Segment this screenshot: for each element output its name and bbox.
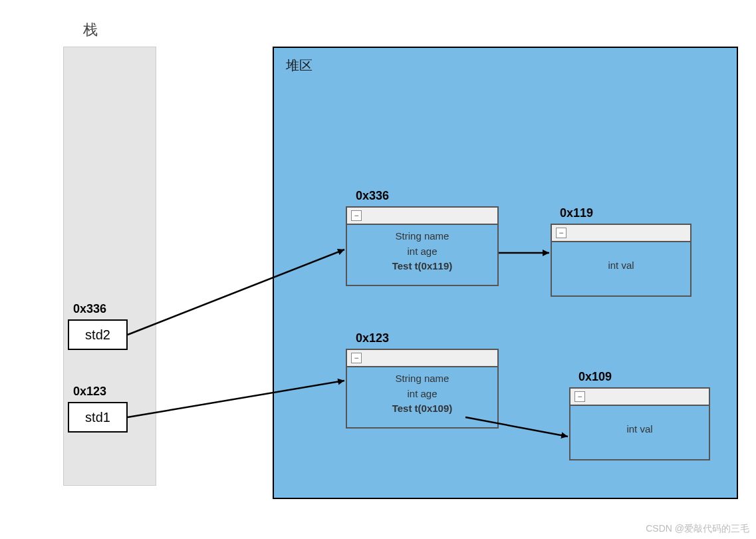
watermark: CSDN @爱敲代码的三毛 (646, 523, 749, 535)
stack-title: 栈 (83, 20, 99, 40)
heap-obj-1-body: String name int age Test t(0x109) (347, 367, 497, 421)
heap-obj-0-box: − String name int age Test t(0x119) (346, 206, 499, 286)
heap-title: 堆区 (286, 57, 313, 75)
heap-test-1-head: − (570, 389, 709, 406)
heap-test-1-body: int val (570, 406, 709, 441)
heap-test-0-head: − (552, 225, 690, 242)
heap-obj-0-field-1: String name (347, 229, 497, 244)
heap-obj-1-box: − String name int age Test t(0x109) (346, 349, 499, 429)
heap-obj-0-head: − (347, 208, 497, 225)
stack-var-1-address: 0x123 (73, 385, 106, 399)
collapse-icon[interactable]: − (556, 228, 567, 238)
heap-obj-0-field-2: int age (347, 244, 497, 260)
stack-var-0-name: std2 (85, 327, 110, 343)
heap-obj-1-field-2: int age (347, 387, 497, 402)
heap-test-0-address: 0x119 (560, 206, 593, 220)
stack-var-0-address: 0x336 (73, 302, 106, 316)
heap-test-0-box: − int val (551, 224, 692, 297)
stack-var-0-box: std2 (68, 319, 128, 350)
collapse-icon[interactable]: − (574, 391, 585, 402)
heap-test-1-address: 0x109 (578, 370, 612, 384)
heap-obj-1-address: 0x123 (356, 331, 389, 345)
heap-obj-1-field-3: Test t(0x109) (347, 401, 497, 417)
heap-test-1-field: int val (570, 422, 709, 437)
heap-test-1-box: − int val (569, 387, 710, 460)
stack-var-1-box: std1 (68, 402, 128, 433)
heap-test-0-field: int val (552, 258, 690, 273)
heap-obj-1-field-1: String name (347, 371, 497, 387)
stack-var-1-name: std1 (85, 410, 110, 425)
heap-obj-1-head: − (347, 350, 497, 367)
heap-obj-0-address: 0x336 (356, 189, 389, 203)
heap-obj-0-body: String name int age Test t(0x119) (347, 225, 497, 278)
collapse-icon[interactable]: − (351, 210, 362, 221)
heap-test-0-body: int val (552, 242, 690, 277)
collapse-icon[interactable]: − (351, 353, 362, 363)
heap-obj-0-field-3: Test t(0x119) (347, 259, 497, 274)
